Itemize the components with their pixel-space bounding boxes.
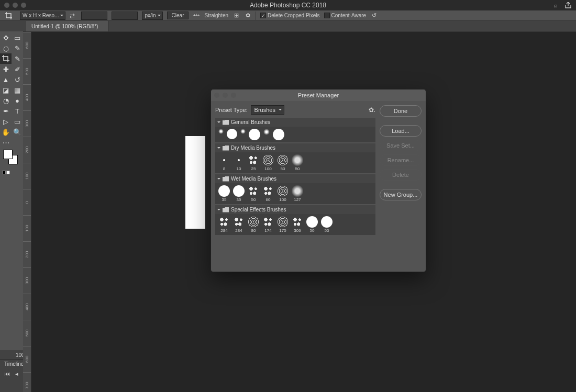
folder-icon — [223, 176, 229, 182]
brush-group-header[interactable]: Special Effects Brushes — [215, 205, 375, 214]
eraser-tool[interactable]: ◪ — [0, 85, 12, 95]
gradient-tool[interactable]: ▦ — [12, 85, 23, 95]
foreground-swatch[interactable] — [3, 150, 13, 159]
clear-button[interactable]: Clear — [167, 12, 189, 19]
go-first-frame-icon[interactable]: ⏮ — [4, 371, 10, 377]
share-icon[interactable] — [564, 2, 572, 9]
marquee-tool[interactable]: ▭ — [12, 32, 23, 43]
brush-group-header[interactable]: General Brushes — [215, 118, 375, 127]
quick-select-tool[interactable]: ✎ — [12, 43, 23, 53]
brush-preset[interactable]: 175 — [277, 216, 289, 233]
pen-tool[interactable]: ✒ — [0, 106, 12, 116]
close-window-icon[interactable] — [4, 3, 9, 8]
brush-preset[interactable]: 284 — [218, 216, 230, 233]
document-tab[interactable]: Untitled-1 @ 100% (RGB/8*) — [26, 21, 109, 31]
edit-toolbar[interactable]: ⋯ — [0, 137, 12, 148]
preset-type-select[interactable]: Brushes — [251, 105, 284, 115]
brush-preset[interactable]: 25 — [248, 154, 259, 171]
brush-preset[interactable]: 80 — [248, 216, 259, 233]
move-tool[interactable]: ✥ — [0, 32, 12, 43]
brush-group-header[interactable]: Dry Media Brushes — [215, 143, 375, 152]
done-button[interactable]: Done — [380, 105, 422, 117]
window-controls[interactable] — [0, 3, 26, 8]
crop-unit-select[interactable]: px/in — [142, 12, 162, 20]
rename-button[interactable]: Rename... — [380, 154, 422, 166]
crop-ratio-select[interactable]: W x H x Reso... — [20, 12, 65, 20]
brush-preset[interactable]: 8 — [218, 154, 230, 171]
delete-cropped-checkbox[interactable]: ✓ Delete Cropped Pixels — [260, 13, 320, 18]
load-button[interactable]: Load... — [380, 125, 422, 137]
preset-type-label: Preset Type: — [215, 107, 248, 113]
brush-tool[interactable]: ✐ — [12, 64, 23, 74]
type-tool[interactable]: T — [12, 106, 23, 116]
brush-preset[interactable]: 284 — [233, 216, 245, 233]
brush-preset[interactable] — [273, 129, 284, 140]
brush-preset[interactable] — [249, 129, 260, 140]
dialog-close-icon[interactable] — [214, 93, 219, 98]
content-aware-label: Content-Aware — [331, 13, 367, 18]
brush-size-label: 60 — [266, 197, 271, 202]
swap-dimensions-icon[interactable]: ⇄ — [70, 12, 77, 19]
brush-size-label: 174 — [264, 228, 271, 233]
overlay-grid-icon[interactable]: ⊞ — [232, 12, 240, 19]
reset-crop-icon[interactable]: ↺ — [370, 12, 378, 19]
default-colors-icon[interactable] — [2, 171, 10, 174]
delete-button[interactable]: Delete — [380, 169, 422, 181]
brush-preset[interactable]: 50 — [248, 185, 259, 202]
dialog-title: Preset Manager — [298, 92, 339, 98]
zoom-window-icon[interactable] — [21, 3, 26, 8]
eyedropper-tool[interactable]: ✎ — [12, 53, 23, 64]
brush-preset[interactable]: 35 — [233, 185, 245, 202]
brush-preset[interactable]: 10 — [233, 154, 245, 171]
crop-width-input[interactable] — [81, 12, 107, 20]
color-swatches-tool[interactable] — [3, 150, 19, 165]
brush-preset[interactable]: 60 — [262, 185, 274, 202]
brush-preset[interactable]: 100 — [277, 185, 289, 202]
brush-preset[interactable] — [263, 129, 270, 140]
healing-tool[interactable]: ✚ — [0, 64, 12, 74]
straighten-icon[interactable] — [193, 12, 200, 19]
blur-tool[interactable]: ◔ — [0, 95, 12, 106]
history-brush-tool[interactable]: ↺ — [12, 74, 23, 85]
brush-preset[interactable] — [240, 129, 246, 140]
path-select-tool[interactable]: ▷ — [0, 116, 12, 127]
brush-preset[interactable]: 50 — [306, 216, 318, 233]
brush-preset[interactable] — [227, 129, 237, 140]
brush-preset[interactable]: 50 — [321, 216, 333, 233]
prev-frame-icon[interactable]: ◂ — [15, 371, 18, 377]
brush-group: Dry Media Brushes810251005050 — [215, 143, 375, 173]
document-canvas[interactable] — [185, 136, 205, 229]
dodge-tool[interactable]: ● — [12, 95, 23, 106]
brush-preset[interactable]: 50 — [277, 154, 289, 171]
shape-tool[interactable]: ▭ — [12, 116, 23, 127]
brush-size-label: 100 — [264, 166, 271, 171]
zoom-tool[interactable]: 🔍 — [12, 127, 23, 137]
lasso-tool[interactable]: ◌ — [0, 43, 12, 53]
new-group-button[interactable]: New Group... — [380, 189, 422, 200]
crop-tool-preset-icon[interactable] — [3, 11, 16, 20]
save-set-button[interactable]: Save Set... — [380, 140, 422, 151]
crop-tool[interactable] — [0, 53, 12, 64]
preset-manager-dialog: Preset Manager Preset Type: Brushes ✿. G… — [211, 89, 426, 272]
crop-settings-icon[interactable]: ✿ — [244, 12, 251, 19]
brush-preset[interactable]: 127 — [292, 185, 303, 202]
brush-row — [215, 127, 375, 142]
brush-preset[interactable]: 306 — [292, 216, 303, 233]
dialog-zoom-icon[interactable] — [231, 93, 236, 98]
dialog-minimize-icon[interactable] — [223, 93, 228, 98]
vertical-ruler[interactable]: 6005004003002001000100200300400500600700 — [23, 32, 31, 392]
crop-height-input[interactable] — [112, 12, 138, 20]
brush-preset[interactable]: 50 — [292, 154, 303, 171]
hand-tool[interactable]: ✋ — [0, 127, 12, 137]
search-cloud-icon[interactable]: ⌕ — [552, 2, 559, 9]
preset-menu-icon[interactable]: ✿. — [369, 106, 375, 114]
minimize-window-icon[interactable] — [13, 3, 18, 8]
content-aware-checkbox[interactable]: Content-Aware — [324, 13, 367, 18]
brush-preset[interactable] — [218, 129, 224, 140]
brush-preset[interactable]: 100 — [262, 154, 274, 171]
straighten-label[interactable]: Straighten — [204, 13, 228, 18]
stamp-tool[interactable]: ▲ — [0, 74, 12, 85]
brush-group-header[interactable]: Wet Media Brushes — [215, 174, 375, 183]
brush-preset[interactable]: 35 — [218, 185, 230, 202]
brush-preset[interactable]: 174 — [262, 216, 274, 233]
